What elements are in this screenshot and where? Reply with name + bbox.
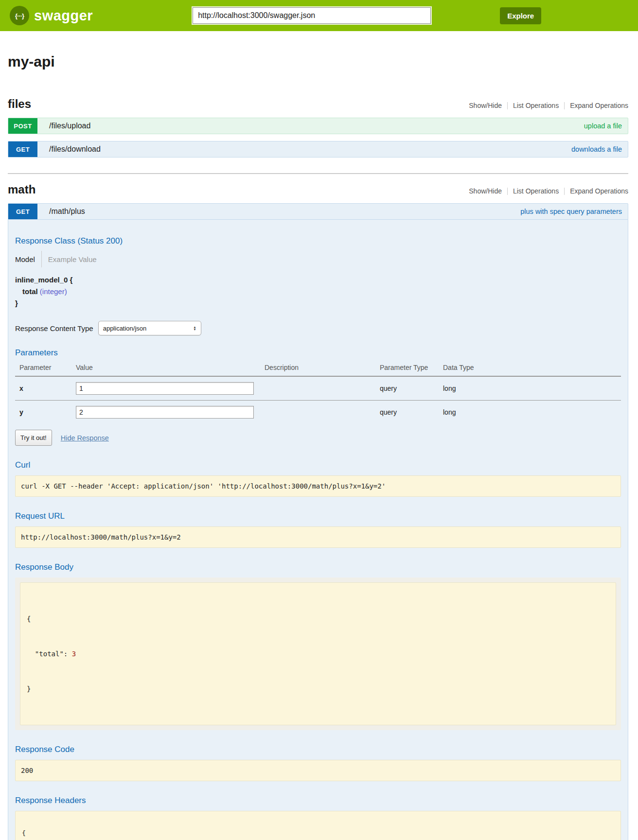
request-url-heading: Request URL	[15, 511, 621, 521]
model-signature: inline_model_0 { total (integer) }	[15, 274, 621, 309]
files-section: files Show/Hide List Operations Expand O…	[8, 97, 628, 158]
tab-model[interactable]: Model	[15, 255, 41, 263]
col-header-data-type: Data Type	[443, 361, 621, 376]
math-expand-operations-link[interactable]: Expand Operations	[565, 187, 628, 195]
model-close-line: }	[15, 298, 621, 309]
math-show-hide-link[interactable]: Show/Hide	[463, 187, 507, 195]
post-method-badge[interactable]: POST	[8, 118, 37, 134]
param-name: x	[15, 376, 76, 401]
col-header-value: Value	[76, 361, 265, 376]
response-class-tabs: Model Example Value	[15, 251, 621, 267]
files-section-title[interactable]: files	[8, 97, 31, 111]
param-y-value-input[interactable]	[76, 406, 254, 419]
response-body-frame: { "total": 3 }	[15, 578, 621, 730]
col-header-parameter-type: Parameter Type	[380, 361, 443, 376]
param-data-type: long	[443, 376, 621, 401]
try-it-out-button[interactable]: Try it out!	[15, 430, 52, 446]
operation-row-get-math-plus[interactable]: GET /math/plus plus with spec query para…	[8, 203, 628, 220]
select-arrows-icon: ▲ ▼	[193, 326, 196, 331]
files-show-hide-link[interactable]: Show/Hide	[463, 102, 507, 109]
math-section-links: Show/Hide List Operations Expand Operati…	[463, 187, 628, 195]
model-open-line: inline_model_0 {	[15, 274, 621, 286]
response-body-box: { "total": 3 }	[20, 582, 616, 725]
resource-divider	[8, 173, 628, 174]
response-code-heading: Response Code	[15, 745, 621, 754]
get-method-badge[interactable]: GET	[8, 141, 37, 157]
param-description	[265, 401, 380, 424]
param-type: query	[380, 401, 443, 424]
param-row-x: x query long	[15, 376, 621, 401]
tab-example-value[interactable]: Example Value	[42, 255, 97, 263]
response-body-value: 3	[72, 650, 76, 658]
col-header-parameter: Parameter	[15, 361, 76, 376]
math-section: math Show/Hide List Operations Expand Op…	[8, 183, 628, 840]
files-list-operations-link[interactable]: List Operations	[508, 102, 564, 109]
main-content: my-api files Show/Hide List Operations E…	[0, 53, 638, 840]
response-content-type-row: Response Content Type application/json ▲…	[15, 321, 621, 335]
operation-row-get-files-download[interactable]: GET /files/download downloads a file	[8, 141, 628, 158]
response-code-box: 200	[15, 760, 621, 781]
param-type: query	[380, 376, 443, 401]
operation-path[interactable]: /math/plus	[49, 207, 85, 216]
operation-summary[interactable]: upload a file	[584, 122, 622, 130]
hide-response-link[interactable]: Hide Response	[61, 434, 109, 442]
response-headers-box: { "date": "Wed, 22 Aug 2018 18:49:13 GMT…	[15, 811, 621, 840]
get-method-badge[interactable]: GET	[8, 204, 37, 219]
api-url-input[interactable]	[193, 7, 431, 24]
operation-path[interactable]: /files/download	[49, 145, 101, 154]
operation-summary[interactable]: downloads a file	[571, 145, 622, 153]
swagger-logo-icon: {···}	[10, 6, 29, 25]
parameters-heading: Parameters	[15, 348, 621, 358]
operation-summary[interactable]: plus with spec query parameters	[520, 208, 622, 215]
try-it-out-row: Try it out! Hide Response	[15, 430, 621, 446]
curl-command-box: curl -X GET --header 'Accept: applicatio…	[15, 475, 621, 497]
explore-button[interactable]: Explore	[500, 7, 541, 24]
param-name: y	[15, 401, 76, 424]
response-body-heading: Response Body	[15, 562, 621, 572]
get-math-plus-detail-panel: Response Class (Status 200) Model Exampl…	[8, 220, 628, 840]
col-header-description: Description	[265, 361, 380, 376]
response-class-heading: Response Class (Status 200)	[15, 236, 621, 246]
param-x-value-input[interactable]	[76, 382, 254, 395]
selected-content-type: application/json	[103, 325, 147, 332]
curl-heading: Curl	[15, 460, 621, 470]
math-list-operations-link[interactable]: List Operations	[508, 187, 564, 195]
model-property-name: total	[22, 287, 38, 296]
math-section-title[interactable]: math	[8, 183, 35, 196]
operation-row-post-files-upload[interactable]: POST /files/upload upload a file	[8, 118, 628, 134]
param-description	[265, 376, 380, 401]
api-title: my-api	[8, 53, 628, 70]
swagger-logo-text: swagger	[34, 8, 93, 24]
files-section-links: Show/Hide List Operations Expand Operati…	[463, 102, 628, 109]
model-property: total (integer)	[15, 286, 621, 298]
files-section-header: files Show/Hide List Operations Expand O…	[8, 97, 628, 111]
response-content-type-label: Response Content Type	[15, 324, 93, 332]
response-headers-heading: Response Headers	[15, 796, 621, 805]
math-section-header: math Show/Hide List Operations Expand Op…	[8, 183, 628, 196]
param-row-y: y query long	[15, 401, 621, 424]
swagger-logo[interactable]: {···} swagger	[10, 6, 93, 25]
response-content-type-select[interactable]: application/json ▲ ▼	[98, 321, 201, 335]
request-url-box: http://localhost:3000/math/plus?x=1&y=2	[15, 526, 621, 548]
operation-path[interactable]: /files/upload	[49, 122, 90, 130]
top-bar: {···} swagger Explore	[0, 0, 638, 31]
files-expand-operations-link[interactable]: Expand Operations	[565, 102, 628, 109]
param-data-type: long	[443, 401, 621, 424]
parameters-table: Parameter Value Description Parameter Ty…	[15, 361, 621, 424]
model-property-type: (integer)	[40, 287, 67, 296]
